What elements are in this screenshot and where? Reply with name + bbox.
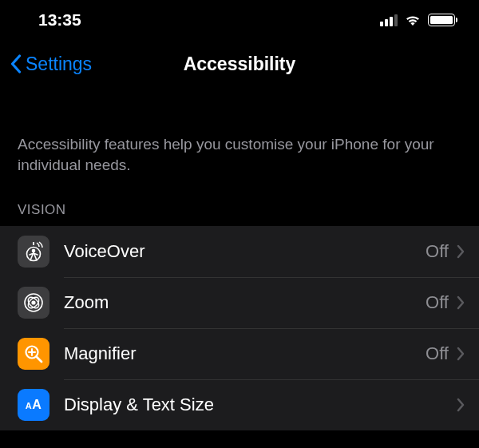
zoom-icon: [18, 287, 49, 319]
svg-line-10: [37, 357, 42, 363]
section-header-vision: VISION: [0, 175, 479, 226]
back-label: Settings: [26, 54, 92, 75]
chevron-right-icon: [457, 295, 465, 310]
status-time: 13:35: [38, 10, 81, 30]
back-button[interactable]: Settings: [10, 54, 92, 75]
row-value: Off: [426, 292, 449, 313]
content: Accessibility features help you customis…: [0, 88, 479, 430]
cellular-signal-icon: [380, 14, 398, 26]
row-label: Display & Text Size: [64, 394, 449, 415]
wifi-icon: [404, 14, 422, 26]
row-label: VoiceOver: [64, 241, 426, 262]
navigation-bar: Settings Accessibility: [0, 40, 479, 88]
row-voiceover[interactable]: VoiceOver Off: [0, 226, 479, 277]
status-bar: 13:35: [0, 0, 479, 40]
row-label: Magnifier: [64, 343, 426, 364]
chevron-right-icon: [457, 347, 465, 361]
row-zoom[interactable]: Zoom Off: [0, 277, 479, 328]
row-magnifier[interactable]: Magnifier Off: [0, 328, 479, 379]
settings-list: VoiceOver Off Zoom Off: [0, 226, 479, 430]
voiceover-icon: [18, 236, 49, 268]
chevron-right-icon: [457, 398, 465, 412]
row-value: Off: [426, 241, 449, 262]
section-description: Accessibility features help you customis…: [0, 134, 479, 175]
row-value: Off: [426, 343, 449, 364]
chevron-right-icon: [457, 244, 465, 259]
status-indicators: [380, 14, 455, 26]
battery-icon: [428, 14, 455, 26]
row-display-text-size[interactable]: AA Display & Text Size: [0, 379, 479, 430]
svg-rect-0: [33, 242, 34, 245]
chevron-left-icon: [10, 54, 22, 73]
row-label: Zoom: [64, 292, 426, 313]
svg-point-6: [31, 301, 35, 305]
display-text-size-icon: AA: [18, 389, 49, 421]
magnifier-icon: [18, 338, 49, 370]
